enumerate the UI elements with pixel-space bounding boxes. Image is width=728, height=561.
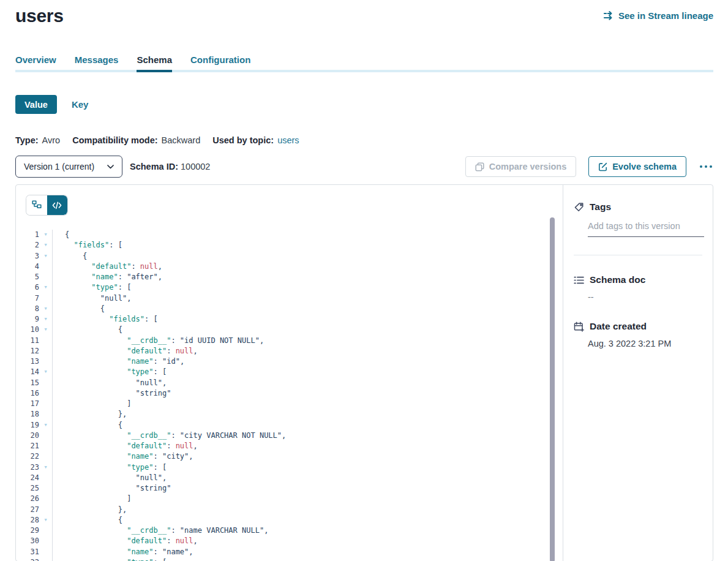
code-line: 16 "string" [16,388,563,399]
code-text: { [52,251,563,262]
fold-toggle-icon[interactable]: ▼ [39,367,52,377]
tab-underline-track [15,70,713,72]
schema-doc-section: Schema doc -- [574,274,702,302]
schema-sidebar: Tags Schema doc -- [563,185,713,561]
code-text: "fields": [ [52,314,563,325]
line-number: 12 [16,346,39,356]
version-select-value: Version 1 (current) [24,162,94,171]
code-text: "type": [ [52,367,563,377]
code-text: { [52,420,563,431]
line-number: 10 [16,325,39,335]
line-number: 4 [16,262,39,272]
schema-doc-title: Schema doc [590,274,645,285]
code-text: "name": "city", [52,451,563,462]
fold-toggle-icon[interactable]: ▼ [39,462,52,473]
line-number: 29 [16,525,39,536]
code-line: 31 "name": "name", [16,547,563,557]
add-tags-input[interactable] [588,221,704,237]
code-line: 17 ] [16,399,563,409]
fold-toggle-icon[interactable]: ▼ [39,557,52,561]
line-number: 21 [16,441,39,451]
code-line: 30 "default": null, [16,536,563,546]
used-by-topic-link[interactable]: users [277,135,299,145]
fold-spacer [39,441,52,451]
fold-toggle-icon[interactable]: ▼ [39,304,52,314]
code-text: "default": null, [52,346,563,356]
tab-schema[interactable]: Schema [137,54,172,66]
schema-view-toggle [26,195,67,215]
value-toggle-button[interactable]: Value [15,95,57,114]
code-text: "type": [ [52,282,563,293]
code-text: { [52,304,563,314]
calendar-plus-icon [574,322,584,332]
code-text: "default": null, [52,536,563,546]
fold-toggle-icon[interactable]: ▼ [39,240,52,250]
tab-overview[interactable]: Overview [15,54,56,66]
code-text: "__crdb__": "name VARCHAR NULL", [52,525,563,536]
fold-toggle-icon[interactable]: ▼ [39,420,52,431]
code-view-button[interactable] [47,195,68,215]
compare-versions-label: Compare versions [489,162,567,171]
code-text: "type": [ [52,462,563,473]
code-line: 14▼ "type": [ [16,367,563,377]
fold-spacer [39,473,52,483]
evolve-schema-label: Evolve schema [612,162,677,171]
code-line: 19▼ { [16,420,563,431]
code-line: 20 "__crdb__": "city VARCHAR NOT NULL", [16,431,563,441]
key-toggle-link[interactable]: Key [72,99,89,110]
code-text: "__crdb__": "id UUID NOT NULL", [52,336,563,346]
fold-spacer [39,293,52,304]
code-line: 21 "default": null, [16,441,563,451]
fold-toggle-icon[interactable]: ▼ [39,251,52,262]
line-number: 20 [16,431,39,441]
line-number: 23 [16,462,39,473]
code-text: { [52,230,563,240]
line-number: 9 [16,314,39,325]
code-text: "string" [52,388,563,399]
fold-toggle-icon[interactable]: ▼ [39,325,52,335]
fold-toggle-icon[interactable]: ▼ [39,282,52,293]
version-select[interactable]: Version 1 (current) [15,156,122,178]
fold-toggle-icon[interactable]: ▼ [39,515,52,525]
code-line: 1▼{ [16,230,563,240]
chevron-down-icon [107,165,114,169]
tab-configuration[interactable]: Configuration [190,54,250,66]
code-text: }, [52,505,563,515]
code-text: "__crdb__": "city VARCHAR NOT NULL", [52,431,563,441]
tree-view-button[interactable] [26,195,47,215]
code-line: 7 "null", [16,293,563,304]
code-line: 4 "default": null, [16,262,563,272]
line-number: 25 [16,483,39,494]
line-number: 6 [16,282,39,293]
date-created-section: Date created Aug. 3 2022 3:21 PM [574,321,702,348]
code-text: "name": "id", [52,356,563,367]
compare-versions-button[interactable]: Compare versions [465,156,577,177]
tab-messages[interactable]: Messages [75,54,119,66]
code-line: 6▼ "type": [ [16,282,563,293]
fold-toggle-icon[interactable]: ▼ [39,314,52,325]
schema-meta-row: Type:Avro Compatibility mode:Backward Us… [15,135,713,145]
code-line: 28▼ { [16,515,563,525]
line-number: 26 [16,494,39,504]
line-number: 18 [16,409,39,420]
line-number: 32 [16,557,39,561]
fold-toggle-icon[interactable]: ▼ [39,230,52,240]
fold-spacer [39,536,52,546]
fold-spacer [39,388,52,399]
code-text: "default": null, [52,262,563,272]
code-line: 32▼ "type": [ [16,557,563,561]
fold-spacer [39,378,52,388]
more-options-button[interactable] [699,163,713,170]
line-number: 30 [16,536,39,546]
compare-versions-icon [475,162,484,171]
code-text: "name": "after", [52,272,563,282]
see-in-stream-lineage-link[interactable]: See in Stream lineage [604,10,713,21]
code-text: "string" [52,483,563,494]
page-title: users [15,5,64,27]
code-view-icon [52,201,62,209]
code-scrollbar-thumb[interactable] [550,217,555,561]
fold-spacer [39,262,52,272]
code-text: "name": "name", [52,547,563,557]
evolve-schema-button[interactable]: Evolve schema [588,156,686,177]
line-number: 3 [16,251,39,262]
